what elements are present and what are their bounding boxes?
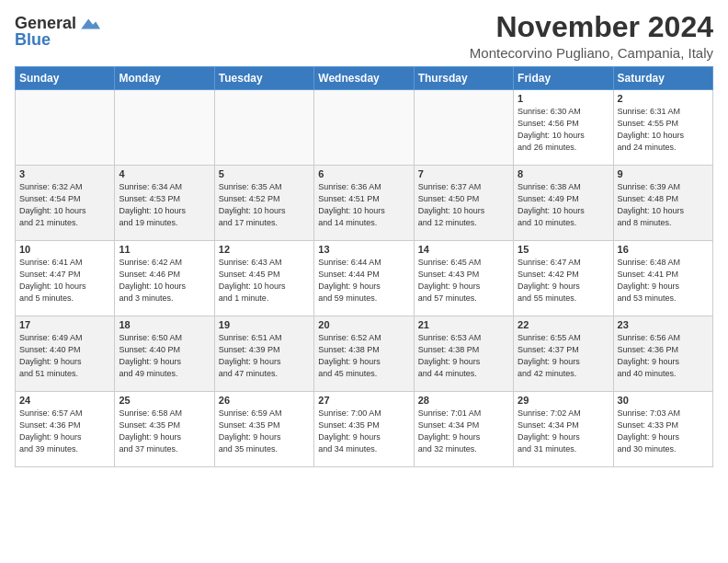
day-info: Sunrise: 6:52 AM Sunset: 4:38 PM Dayligh…	[318, 332, 409, 380]
day-number: 28	[418, 395, 509, 406]
calendar-week-row: 10Sunrise: 6:41 AM Sunset: 4:47 PM Dayli…	[16, 241, 713, 316]
logo-icon	[78, 15, 100, 33]
table-row: 12Sunrise: 6:43 AM Sunset: 4:45 PM Dayli…	[214, 241, 313, 316]
day-info: Sunrise: 6:57 AM Sunset: 4:36 PM Dayligh…	[19, 408, 110, 455]
calendar-week-row: 17Sunrise: 6:49 AM Sunset: 4:40 PM Dayli…	[16, 316, 713, 392]
table-row: 10Sunrise: 6:41 AM Sunset: 4:47 PM Dayli…	[16, 241, 115, 316]
table-row: 6Sunrise: 6:36 AM Sunset: 4:51 PM Daylig…	[314, 166, 414, 241]
table-row: 7Sunrise: 6:37 AM Sunset: 4:50 PM Daylig…	[414, 166, 513, 241]
day-info: Sunrise: 6:53 AM Sunset: 4:38 PM Dayligh…	[418, 332, 509, 380]
calendar-week-row: 1Sunrise: 6:30 AM Sunset: 4:56 PM Daylig…	[16, 90, 713, 166]
col-friday: Friday	[514, 67, 613, 90]
day-info: Sunrise: 6:38 AM Sunset: 4:49 PM Dayligh…	[518, 181, 609, 229]
day-number: 20	[318, 319, 409, 330]
day-number: 25	[119, 395, 210, 406]
table-row: 19Sunrise: 6:51 AM Sunset: 4:39 PM Dayli…	[214, 316, 313, 392]
day-info: Sunrise: 6:51 AM Sunset: 4:39 PM Dayligh…	[219, 332, 310, 380]
day-info: Sunrise: 6:48 AM Sunset: 4:41 PM Dayligh…	[618, 257, 709, 304]
day-number: 12	[219, 244, 310, 255]
day-info: Sunrise: 6:34 AM Sunset: 4:53 PM Dayligh…	[119, 181, 210, 229]
day-info: Sunrise: 6:49 AM Sunset: 4:40 PM Dayligh…	[19, 332, 110, 380]
table-row: 21Sunrise: 6:53 AM Sunset: 4:38 PM Dayli…	[414, 316, 513, 392]
day-info: Sunrise: 6:42 AM Sunset: 4:46 PM Dayligh…	[119, 257, 210, 304]
day-info: Sunrise: 6:41 AM Sunset: 4:47 PM Dayligh…	[19, 257, 110, 304]
day-info: Sunrise: 6:45 AM Sunset: 4:43 PM Dayligh…	[418, 257, 509, 304]
table-row: 26Sunrise: 6:59 AM Sunset: 4:35 PM Dayli…	[214, 392, 313, 467]
day-info: Sunrise: 6:44 AM Sunset: 4:44 PM Dayligh…	[318, 257, 409, 304]
col-sunday: Sunday	[16, 67, 115, 90]
table-row: 5Sunrise: 6:35 AM Sunset: 4:52 PM Daylig…	[214, 166, 313, 241]
table-row: 9Sunrise: 6:39 AM Sunset: 4:48 PM Daylig…	[613, 166, 712, 241]
day-info: Sunrise: 6:30 AM Sunset: 4:56 PM Dayligh…	[518, 106, 609, 154]
col-tuesday: Tuesday	[214, 67, 313, 90]
table-row	[414, 90, 513, 166]
header: General Blue November 2024 Montecorvino …	[15, 11, 713, 61]
day-number: 21	[418, 319, 509, 330]
day-info: Sunrise: 7:03 AM Sunset: 4:33 PM Dayligh…	[618, 408, 709, 455]
table-row: 17Sunrise: 6:49 AM Sunset: 4:40 PM Dayli…	[16, 316, 115, 392]
table-row: 16Sunrise: 6:48 AM Sunset: 4:41 PM Dayli…	[613, 241, 712, 316]
day-info: Sunrise: 6:39 AM Sunset: 4:48 PM Dayligh…	[618, 181, 709, 229]
table-row: 25Sunrise: 6:58 AM Sunset: 4:35 PM Dayli…	[115, 392, 214, 467]
day-number: 14	[418, 244, 509, 255]
table-row	[214, 90, 313, 166]
table-row: 15Sunrise: 6:47 AM Sunset: 4:42 PM Dayli…	[514, 241, 613, 316]
day-number: 19	[219, 319, 310, 330]
table-row: 23Sunrise: 6:56 AM Sunset: 4:36 PM Dayli…	[613, 316, 712, 392]
title-block: November 2024 Montecorvino Pugliano, Cam…	[470, 11, 713, 61]
logo-text-blue: Blue	[15, 31, 51, 50]
svg-marker-0	[81, 18, 100, 29]
day-number: 23	[618, 319, 709, 330]
day-number: 16	[618, 244, 709, 255]
day-number: 3	[19, 168, 110, 179]
day-number: 9	[618, 168, 709, 179]
day-info: Sunrise: 7:01 AM Sunset: 4:34 PM Dayligh…	[418, 408, 509, 455]
table-row: 2Sunrise: 6:31 AM Sunset: 4:55 PM Daylig…	[613, 90, 712, 166]
table-row: 27Sunrise: 7:00 AM Sunset: 4:35 PM Dayli…	[314, 392, 414, 467]
day-number: 26	[219, 395, 310, 406]
day-info: Sunrise: 6:37 AM Sunset: 4:50 PM Dayligh…	[418, 181, 509, 229]
table-row: 3Sunrise: 6:32 AM Sunset: 4:54 PM Daylig…	[16, 166, 115, 241]
calendar-table: Sunday Monday Tuesday Wednesday Thursday…	[15, 66, 713, 467]
day-number: 10	[19, 244, 110, 255]
day-info: Sunrise: 6:47 AM Sunset: 4:42 PM Dayligh…	[518, 257, 609, 304]
table-row	[16, 90, 115, 166]
day-number: 27	[318, 395, 409, 406]
day-info: Sunrise: 6:59 AM Sunset: 4:35 PM Dayligh…	[219, 408, 310, 455]
table-row	[314, 90, 414, 166]
col-monday: Monday	[115, 67, 214, 90]
table-row: 29Sunrise: 7:02 AM Sunset: 4:34 PM Dayli…	[514, 392, 613, 467]
table-row: 24Sunrise: 6:57 AM Sunset: 4:36 PM Dayli…	[16, 392, 115, 467]
day-number: 11	[119, 244, 210, 255]
calendar-week-row: 24Sunrise: 6:57 AM Sunset: 4:36 PM Dayli…	[16, 392, 713, 467]
page-container: General Blue November 2024 Montecorvino …	[0, 0, 728, 475]
col-thursday: Thursday	[414, 67, 513, 90]
day-number: 2	[618, 93, 709, 104]
day-info: Sunrise: 6:58 AM Sunset: 4:35 PM Dayligh…	[119, 408, 210, 455]
day-info: Sunrise: 6:31 AM Sunset: 4:55 PM Dayligh…	[618, 106, 709, 154]
day-info: Sunrise: 6:35 AM Sunset: 4:52 PM Dayligh…	[219, 181, 310, 229]
day-number: 15	[518, 244, 609, 255]
day-info: Sunrise: 6:56 AM Sunset: 4:36 PM Dayligh…	[618, 332, 709, 380]
day-number: 22	[518, 319, 609, 330]
day-info: Sunrise: 7:00 AM Sunset: 4:35 PM Dayligh…	[318, 408, 409, 455]
table-row: 1Sunrise: 6:30 AM Sunset: 4:56 PM Daylig…	[514, 90, 613, 166]
day-number: 1	[518, 93, 609, 104]
table-row: 8Sunrise: 6:38 AM Sunset: 4:49 PM Daylig…	[514, 166, 613, 241]
day-number: 6	[318, 168, 409, 179]
day-number: 13	[318, 244, 409, 255]
location-title: Montecorvino Pugliano, Campania, Italy	[470, 45, 713, 61]
col-saturday: Saturday	[613, 67, 712, 90]
day-number: 5	[219, 168, 310, 179]
day-number: 8	[518, 168, 609, 179]
table-row: 20Sunrise: 6:52 AM Sunset: 4:38 PM Dayli…	[314, 316, 414, 392]
table-row: 14Sunrise: 6:45 AM Sunset: 4:43 PM Dayli…	[414, 241, 513, 316]
day-number: 29	[518, 395, 609, 406]
day-info: Sunrise: 7:02 AM Sunset: 4:34 PM Dayligh…	[518, 408, 609, 455]
day-info: Sunrise: 6:50 AM Sunset: 4:40 PM Dayligh…	[119, 332, 210, 380]
table-row: 13Sunrise: 6:44 AM Sunset: 4:44 PM Dayli…	[314, 241, 414, 316]
day-number: 30	[618, 395, 709, 406]
day-info: Sunrise: 6:43 AM Sunset: 4:45 PM Dayligh…	[219, 257, 310, 304]
day-info: Sunrise: 6:32 AM Sunset: 4:54 PM Dayligh…	[19, 181, 110, 229]
table-row: 22Sunrise: 6:55 AM Sunset: 4:37 PM Dayli…	[514, 316, 613, 392]
